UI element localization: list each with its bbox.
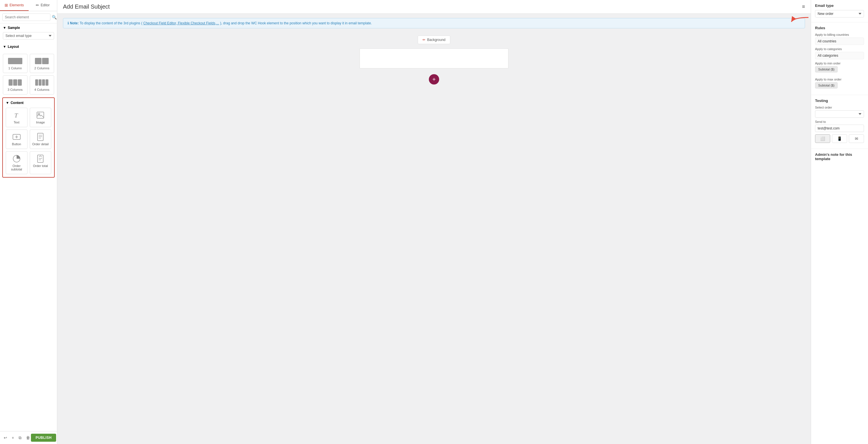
order-total-label: Order total	[33, 164, 48, 168]
order-detail-icon	[31, 132, 50, 141]
send-to-input[interactable]	[815, 125, 864, 132]
order-subtotal-label: Order subtotal	[11, 164, 22, 171]
bottom-icons: ↩ + ⧉ 🗑	[3, 435, 31, 441]
tab-elements-label: Elements	[9, 3, 24, 7]
col-block	[13, 79, 17, 86]
layout-section-header[interactable]: ▼ Layout	[0, 42, 57, 51]
delete-button[interactable]: 🗑	[25, 435, 31, 441]
tab-editor-label: Editor	[41, 3, 50, 7]
search-button[interactable]: 🔍	[52, 15, 57, 20]
sample-section-header[interactable]: ▼ Sample	[0, 24, 57, 32]
select-order-dropdown[interactable]	[815, 110, 864, 118]
col-block	[8, 58, 22, 64]
main-canvas: Add Email Subject ≡ ℹ Note: To display t…	[57, 0, 811, 444]
content-label: Content	[10, 101, 24, 105]
layout-label: Layout	[8, 45, 19, 49]
categories-value: All categories	[815, 52, 864, 59]
layout-3-columns[interactable]: 3 Columns	[3, 75, 28, 94]
layout-3-col-label: 3 Columns	[7, 88, 23, 91]
col-block	[18, 79, 22, 86]
testing-section: Testing Select order Send to ⬜ 📱 ✉	[811, 95, 868, 149]
layout-1-column[interactable]: 1 Column	[3, 54, 28, 73]
text-icon: T	[7, 111, 26, 119]
background-button[interactable]: ✏ Background	[418, 35, 450, 44]
layout-2-columns[interactable]: 2 Columns	[30, 54, 54, 73]
tab-editor[interactable]: ✏ Editor	[29, 0, 57, 11]
categories-label: Apply to categories	[815, 47, 864, 51]
content-item-button[interactable]: Button	[6, 129, 28, 149]
layout-4-col-icon	[31, 79, 53, 87]
notice-text: To display the content of the 3rd plugin…	[80, 21, 142, 25]
content-item-text[interactable]: T Text	[6, 108, 28, 127]
button-label: Button	[12, 142, 21, 146]
order-detail-label: Order detail	[32, 142, 49, 146]
add-section-bottom-button[interactable]: +	[11, 435, 15, 441]
email-type-title: Email type	[815, 3, 864, 8]
layout-1-col-label: 1 Column	[8, 66, 22, 70]
search-input[interactable]	[2, 13, 51, 21]
email-type-section: Email type New order	[811, 0, 868, 22]
canvas-menu-button[interactable]: ≡	[802, 4, 805, 10]
undo-button[interactable]: ↩	[3, 435, 8, 441]
billing-countries-label: Apply to billing countries	[815, 33, 864, 36]
order-subtotal-icon	[7, 154, 26, 163]
max-order-label: Apply to max order	[815, 78, 864, 81]
sample-label: Sample	[8, 26, 20, 30]
email-preview-button[interactable]: ✉	[849, 134, 864, 143]
content-section-header[interactable]: ▼ Content	[4, 99, 53, 106]
col-block	[35, 79, 38, 86]
content-item-image[interactable]: Image	[30, 108, 52, 127]
max-order-subtotal-button[interactable]: Subtotal ($)	[815, 82, 838, 89]
svg-rect-11	[37, 155, 43, 162]
bottom-bar: ↩ + ⧉ 🗑 PUBLISH	[0, 431, 57, 444]
content-item-order-total[interactable]: Order total	[30, 151, 52, 174]
notice-icon: ℹ	[68, 21, 69, 25]
tabs: ⊞ Elements ✏ Editor	[0, 0, 57, 11]
layout-4-col-label: 4 Columns	[34, 88, 50, 91]
layout-chevron: ▼	[3, 45, 6, 49]
svg-rect-6	[37, 133, 43, 141]
canvas-notice: ℹ Note: To display the content of the 3r…	[63, 18, 805, 28]
email-type-dropdown[interactable]: New order	[815, 10, 864, 18]
editor-icon: ✏	[36, 3, 39, 7]
content-item-order-detail[interactable]: Order detail	[30, 129, 52, 149]
left-panel: ⊞ Elements ✏ Editor 🔍 ▼ Sample Select em…	[0, 0, 57, 444]
col-block	[42, 58, 49, 64]
content-section: ▼ Content T Text Image Button	[2, 97, 55, 178]
right-panel: Email type New order Rules Apply to bill…	[811, 0, 868, 444]
email-canvas[interactable]	[360, 49, 508, 68]
admin-note-title: Admin's note for this template	[815, 152, 864, 161]
button-icon	[7, 132, 26, 141]
col-block	[45, 79, 49, 86]
col-block	[35, 58, 41, 64]
billing-countries-value: All countries	[815, 37, 864, 45]
email-type-select[interactable]: Select email type	[3, 32, 54, 39]
sample-chevron: ▼	[3, 26, 6, 30]
notice-link-checkout[interactable]: Checkout Field Editor, Flexible Checkout…	[144, 21, 219, 25]
desktop-preview-button[interactable]: ⬜	[815, 134, 830, 143]
select-order-label: Select order	[815, 106, 864, 109]
min-order-label: Apply to min order	[815, 62, 864, 65]
min-order-subtotal-button[interactable]: Subtotal ($)	[815, 66, 838, 72]
image-icon	[31, 111, 50, 119]
rules-title: Rules	[815, 26, 864, 30]
publish-button[interactable]: PUBLISH	[31, 434, 56, 442]
canvas-body: ✏ Background +	[57, 33, 811, 444]
content-item-order-subtotal[interactable]: Order subtotal	[6, 151, 28, 174]
add-section-button[interactable]: +	[429, 74, 439, 85]
layout-4-columns[interactable]: 4 Columns	[30, 75, 54, 94]
background-label: Background	[427, 38, 445, 42]
duplicate-button[interactable]: ⧉	[18, 435, 22, 441]
notice-strong: Note:	[70, 21, 80, 25]
layout-section: 1 Column 2 Columns 3 Columns	[0, 51, 57, 96]
testing-title: Testing	[815, 98, 864, 103]
canvas-title: Add Email Subject	[63, 3, 110, 10]
tab-elements[interactable]: ⊞ Elements	[0, 0, 29, 11]
layout-3-col-icon	[5, 79, 26, 87]
svg-text:T: T	[14, 112, 18, 119]
content-grid: T Text Image Button Order deta	[4, 106, 53, 176]
admin-note-section: Admin's note for this template	[811, 149, 868, 167]
text-label: Text	[14, 121, 20, 124]
mobile-preview-button[interactable]: 📱	[832, 134, 847, 143]
col-block	[8, 79, 12, 86]
